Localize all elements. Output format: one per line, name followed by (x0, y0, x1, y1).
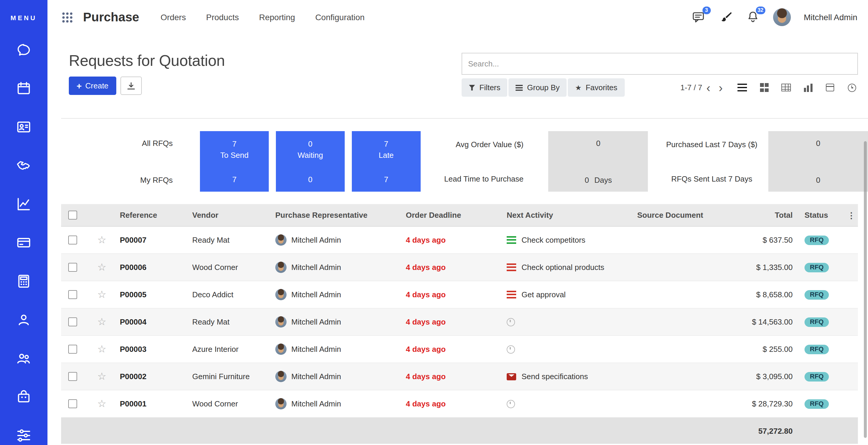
metrics-right-values[interactable]: 0 0 (768, 131, 868, 192)
notifications-bell-icon[interactable]: 32 (745, 10, 760, 24)
row-checkbox[interactable] (68, 290, 77, 299)
table-row[interactable]: P00007 Ready Mat Mitchell Admin 4 days a… (61, 227, 858, 254)
cell-representative: Mitchell Admin (272, 227, 402, 253)
header-vendor[interactable]: Vendor (189, 204, 272, 226)
activity-icon[interactable] (507, 318, 515, 326)
tile-to-send[interactable]: 7To Send 7 (200, 131, 269, 192)
search-input[interactable] (462, 53, 858, 75)
nav-reporting[interactable]: Reporting (258, 9, 296, 25)
contacts-icon[interactable] (16, 119, 32, 135)
metric-rfqs-sent-7days-label[interactable]: RFQs Sent Last 7 Days (666, 173, 757, 185)
cell-next-activity (503, 390, 633, 417)
metrics-left-values[interactable]: 0 0Days (549, 131, 648, 192)
cell-vendor: Wood Corner (189, 254, 272, 281)
favorite-star-icon[interactable] (97, 235, 106, 245)
topbar-right: 3 32 Mitchell Admin (691, 8, 857, 26)
row-select-cell (61, 281, 94, 308)
favorite-star-icon[interactable] (97, 344, 106, 354)
app-title[interactable]: Purchase (83, 10, 139, 24)
topbar: Purchase Orders Products Reporting Confi… (48, 0, 868, 34)
user-avatar[interactable] (773, 8, 790, 26)
row-checkbox[interactable] (68, 263, 77, 272)
user-icon[interactable] (16, 312, 32, 328)
row-select-cell (61, 336, 94, 362)
nav-configuration[interactable]: Configuration (314, 9, 366, 25)
activity-icon[interactable] (507, 373, 516, 380)
graph-view-icon[interactable] (802, 82, 814, 93)
favorite-star-icon[interactable] (97, 317, 106, 327)
kanban-view-icon[interactable] (758, 82, 770, 93)
filter-all-rfqs[interactable]: All RFQs (108, 139, 173, 148)
activity-icon[interactable] (507, 263, 516, 271)
optional-columns-icon[interactable] (847, 210, 856, 220)
metric-purchased-7days-label[interactable]: Purchased Last 7 Days ($) (666, 139, 757, 150)
table-row[interactable]: P00006 Wood Corner Mitchell Admin 4 days… (61, 254, 858, 281)
user-name[interactable]: Mitchell Admin (804, 12, 857, 22)
header-status[interactable]: Status (796, 204, 842, 226)
cell-source-document (633, 390, 743, 417)
cell-next-activity: Get approval (503, 281, 633, 308)
table-row[interactable]: P00001 Wood Corner Mitchell Admin 4 days… (61, 390, 858, 418)
chat-icon[interactable] (16, 41, 32, 58)
calculator-icon[interactable] (16, 273, 32, 290)
row-checkbox[interactable] (68, 372, 77, 381)
tile-waiting[interactable]: 0Waiting 0 (276, 131, 345, 192)
favorite-star-icon[interactable] (97, 399, 106, 409)
line-chart-icon[interactable] (16, 196, 32, 213)
rfq-dashboard: All RFQs My RFQs 7To Send 7 0Waiting 0 7… (108, 131, 868, 192)
header-next-activity[interactable]: Next Activity (503, 204, 633, 226)
activity-icon[interactable] (507, 291, 516, 298)
favorite-star-icon[interactable] (97, 262, 106, 272)
users-icon[interactable] (16, 350, 32, 367)
apps-grid-icon[interactable] (62, 11, 72, 22)
row-checkbox[interactable] (68, 317, 77, 326)
row-checkbox[interactable] (68, 235, 77, 245)
shopping-bag-icon[interactable] (16, 389, 32, 405)
favorites-button[interactable]: Favorites (568, 78, 624, 97)
status-badge: RFQ (805, 262, 829, 272)
cell-source-document (633, 363, 743, 390)
list-view-icon[interactable] (736, 82, 748, 93)
cell-vendor: Wood Corner (189, 390, 272, 417)
select-all-checkbox[interactable] (68, 211, 77, 220)
favorite-star-icon[interactable] (97, 372, 106, 382)
sliders-icon[interactable] (16, 427, 32, 444)
export-button[interactable] (120, 76, 142, 95)
activity-icon[interactable] (507, 236, 516, 244)
pivot-view-icon[interactable] (780, 82, 792, 93)
credit-card-icon[interactable] (16, 234, 32, 251)
table-row[interactable]: P00002 Gemini Furniture Mitchell Admin 4… (61, 363, 858, 390)
nav-products[interactable]: Products (205, 9, 240, 25)
header-total[interactable]: Total (743, 204, 796, 226)
pager-prev-button[interactable]: ‹ (702, 82, 714, 93)
pager-next-button[interactable]: › (715, 82, 727, 93)
metric-avg-order-value-label[interactable]: Avg Order Value ($) (432, 139, 524, 150)
filters-button[interactable]: Filters (462, 78, 507, 97)
filter-my-rfqs[interactable]: My RFQs (108, 176, 173, 185)
header-source-document[interactable]: Source Document (633, 204, 743, 226)
menu-toggle[interactable]: MENU (11, 14, 37, 21)
theme-brush-icon[interactable] (718, 10, 733, 24)
activity-icon[interactable] (507, 345, 515, 353)
activity-icon[interactable] (507, 400, 515, 408)
tile-late[interactable]: 7Late 7 (352, 131, 421, 192)
group-by-button[interactable]: Group By (509, 78, 567, 97)
row-checkbox[interactable] (68, 399, 77, 408)
row-checkbox[interactable] (68, 345, 77, 354)
table-row[interactable]: P00003 Azure Interior Mitchell Admin 4 d… (61, 336, 858, 363)
activity-view-icon[interactable] (846, 82, 858, 93)
calendar-view-icon[interactable] (824, 82, 836, 93)
header-order-deadline[interactable]: Order Deadline (402, 204, 503, 226)
table-row[interactable]: P00004 Ready Mat Mitchell Admin 4 days a… (61, 309, 858, 336)
header-representative[interactable]: Purchase Representative (272, 204, 402, 226)
favorite-star-icon[interactable] (97, 290, 106, 299)
vertical-scrollbar[interactable] (864, 141, 867, 438)
handshake-icon[interactable] (16, 157, 32, 174)
header-reference[interactable]: Reference (116, 204, 189, 226)
calendar-icon[interactable] (16, 80, 32, 97)
table-row[interactable]: P00005 Deco Addict Mitchell Admin 4 days… (61, 281, 858, 309)
messages-icon[interactable]: 3 (691, 10, 705, 24)
create-button[interactable]: Create (69, 76, 116, 95)
metric-lead-time-label[interactable]: Lead Time to Purchase (432, 173, 524, 185)
nav-orders[interactable]: Orders (159, 9, 187, 25)
